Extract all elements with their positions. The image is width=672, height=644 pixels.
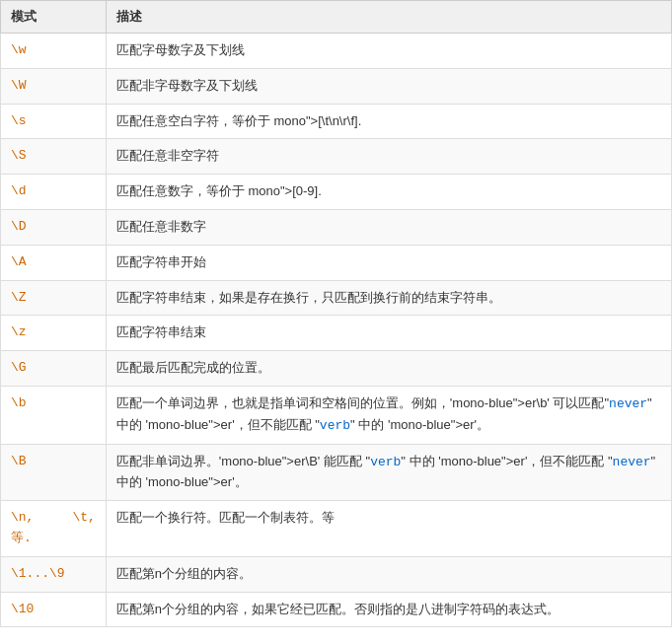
desc-cell: 匹配任意数字，等价于 mono">[0-9]. [106, 175, 671, 210]
desc-cell: 匹配任意空白字符，等价于 mono">[\t\n\r\f]. [106, 104, 671, 139]
pattern-cell: \S [1, 139, 107, 175]
desc-cell: 匹配任意非空字符 [106, 139, 671, 175]
desc-cell: 匹配字母数字及下划线 [106, 34, 671, 69]
pattern-cell: \n, \t, 等. [1, 501, 107, 557]
table-row: \D匹配任意非数字 [1, 209, 672, 245]
table-row: \B匹配非单词边界。'mono-blue">er\B' 能匹配 "verb" 中… [1, 444, 672, 501]
pattern-cell: \z [1, 316, 107, 351]
table-row: \z匹配字符串结束 [1, 316, 672, 351]
table-row: \n, \t, 等.匹配一个换行符。匹配一个制表符。等 [1, 501, 672, 557]
table-row: \10匹配第n个分组的内容，如果它经已匹配。否则指的是八进制字符码的表达式。 [1, 592, 672, 627]
header-desc: 描述 [106, 1, 671, 34]
table-row: \b匹配一个单词边界，也就是指单词和空格间的位置。例如，'mono-blue">… [1, 386, 672, 444]
desc-cell: 匹配字符串结束 [106, 316, 671, 351]
header-pattern: 模式 [1, 1, 107, 34]
pattern-cell: \s [1, 104, 107, 139]
desc-cell: 匹配字符串开始 [106, 245, 671, 280]
desc-cell: 匹配非单词边界。'mono-blue">er\B' 能匹配 "verb" 中的 … [106, 444, 671, 501]
pattern-cell: \Z [1, 280, 107, 316]
pattern-cell: \W [1, 68, 107, 104]
pattern-cell: \d [1, 175, 107, 210]
desc-cell: 匹配第n个分组的内容，如果它经已匹配。否则指的是八进制字符码的表达式。 [106, 592, 671, 627]
table-row: \W匹配非字母数字及下划线 [1, 68, 672, 104]
regex-table: 模式 描述 \w匹配字母数字及下划线\W匹配非字母数字及下划线\s匹配任意空白字… [0, 0, 672, 627]
desc-cell: 匹配最后匹配完成的位置。 [106, 351, 671, 387]
table-row: \s匹配任意空白字符，等价于 mono">[\t\n\r\f]. [1, 104, 672, 139]
table-row: \Z匹配字符串结束，如果是存在换行，只匹配到换行前的结束字符串。 [1, 280, 672, 316]
pattern-cell: \10 [1, 592, 107, 627]
pattern-cell: \A [1, 245, 107, 280]
desc-cell: 匹配一个单词边界，也就是指单词和空格间的位置。例如，'mono-blue">er… [106, 386, 671, 444]
table-row: \w匹配字母数字及下划线 [1, 34, 672, 69]
pattern-cell: \G [1, 351, 107, 387]
pattern-cell: \w [1, 34, 107, 69]
desc-cell: 匹配第n个分组的内容。 [106, 556, 671, 592]
desc-cell: 匹配任意非数字 [106, 209, 671, 245]
pattern-cell: \B [1, 444, 107, 501]
table-row: \A匹配字符串开始 [1, 245, 672, 280]
table-row: \1...\9匹配第n个分组的内容。 [1, 556, 672, 592]
table-row: \S匹配任意非空字符 [1, 139, 672, 175]
desc-cell: 匹配非字母数字及下划线 [106, 68, 671, 104]
desc-cell: 匹配一个换行符。匹配一个制表符。等 [106, 501, 671, 557]
pattern-cell: \D [1, 209, 107, 245]
table-row: \G匹配最后匹配完成的位置。 [1, 351, 672, 387]
desc-cell: 匹配字符串结束，如果是存在换行，只匹配到换行前的结束字符串。 [106, 280, 671, 316]
pattern-cell: \1...\9 [1, 556, 107, 592]
table-row: \d匹配任意数字，等价于 mono">[0-9]. [1, 175, 672, 210]
pattern-cell: \b [1, 386, 107, 444]
